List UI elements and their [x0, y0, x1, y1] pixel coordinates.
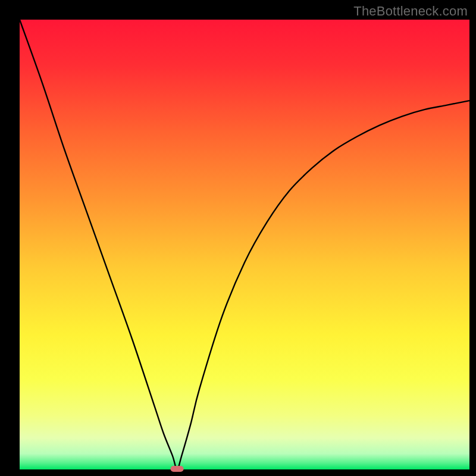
watermark-text: TheBottleneck.com: [353, 4, 468, 19]
chart-frame: TheBottleneck.com: [0, 0, 476, 476]
minimum-marker: [171, 466, 184, 472]
bottleneck-chart: [0, 0, 476, 476]
plot-background: [20, 20, 469, 469]
